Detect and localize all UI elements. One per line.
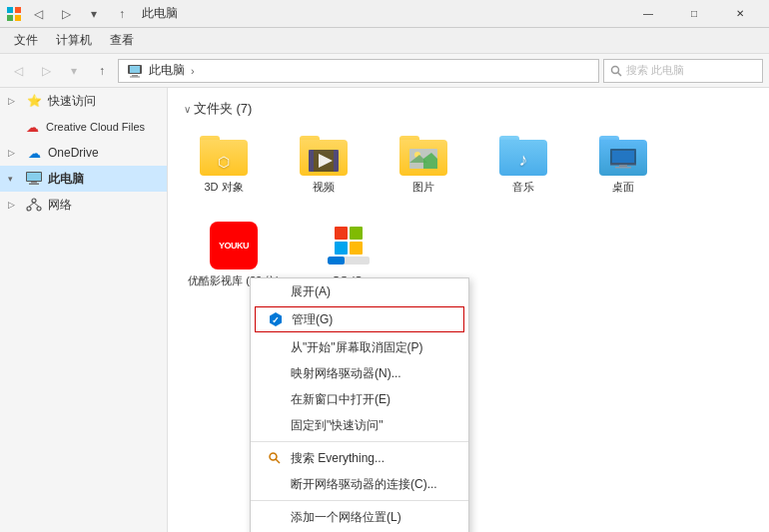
menu-computer[interactable]: 计算机 [48, 30, 100, 51]
window-title: 此电脑 [142, 5, 178, 22]
ctx-disconnect-label: 断开网络驱动器的连接(C)... [291, 476, 437, 493]
ctx-manage-icon: ✓ [268, 311, 284, 327]
ctx-expand-label: 展开(A) [291, 283, 331, 300]
sidebar-item-this-pc[interactable]: ▾ 此电脑 [0, 166, 167, 192]
sidebar-item-network[interactable]: ▷ 网络 [0, 192, 167, 218]
expand-icon-network: ▷ [8, 200, 20, 210]
folder-desktop-label: 桌面 [612, 180, 634, 194]
svg-rect-13 [29, 184, 39, 186]
ctx-map-label: 映射网络驱动器(N)... [291, 365, 401, 382]
ctx-add-label: 添加一个网络位置(L) [291, 509, 401, 526]
folder-picture-label: 图片 [412, 180, 434, 194]
ctx-unpin-label: 从"开始"屏幕取消固定(P) [291, 339, 423, 356]
address-separator: › [191, 65, 195, 77]
ctx-disconnect-icon [267, 476, 283, 492]
sidebar-item-quick-access[interactable]: ▷ ⭐ 快速访问 [0, 88, 167, 114]
creative-cloud-icon: ☁ [24, 119, 40, 135]
back-button[interactable]: ◁ [6, 59, 30, 83]
svg-rect-0 [7, 7, 13, 13]
up-button[interactable]: ↑ [90, 59, 114, 83]
menu-file[interactable]: 文件 [6, 30, 46, 51]
folder-desktop-icon [599, 136, 647, 176]
network-icon [26, 197, 42, 213]
win-quad-yellow [350, 242, 363, 255]
ctx-open-new[interactable]: 在新窗口中打开(E) [251, 386, 468, 412]
main-container: ▷ ⭐ 快速访问 ☁ Creative Cloud Files ▷ ☁ OneD… [0, 88, 769, 532]
svg-rect-3 [15, 15, 21, 21]
ctx-expand[interactable]: 展开(A) [251, 278, 468, 304]
titlebar-forward-icon[interactable]: ▷ [54, 2, 78, 26]
minimize-button[interactable]: — [625, 0, 671, 28]
ctx-disconnect[interactable]: 断开网络驱动器的连接(C)... [251, 471, 468, 497]
folder-desktop[interactable]: 桌面 [583, 132, 663, 198]
svg-point-14 [32, 199, 36, 203]
svg-line-18 [34, 203, 39, 207]
ctx-map-drive[interactable]: 映射网络驱动器(N)... [251, 360, 468, 386]
ctx-unpin[interactable]: 从"开始"屏幕取消固定(P) [251, 334, 468, 360]
ctx-open-label: 在新窗口中打开(E) [291, 391, 390, 408]
svg-point-34 [270, 453, 277, 460]
ctx-pin-icon [267, 417, 283, 433]
sidebar-label-creative: Creative Cloud Files [46, 121, 145, 133]
toolbar: ◁ ▷ ▾ ↑ 此电脑 › 搜索 此电脑 [0, 54, 769, 88]
search-placeholder: 搜索 此电脑 [626, 63, 684, 78]
folder-music-label: 音乐 [512, 180, 534, 194]
folder-picture-icon [399, 136, 447, 176]
drive-progress-bg [328, 257, 370, 265]
ctx-add-icon [267, 509, 283, 525]
sidebar: ▷ ⭐ 快速访问 ☁ Creative Cloud Files ▷ ☁ OneD… [0, 88, 168, 532]
folder-3d-label: 3D 对象 [204, 180, 243, 194]
search-icon [610, 65, 622, 77]
ctx-search[interactable]: 搜索 Everything... [251, 445, 468, 471]
youku-icon: YOUKU [210, 222, 258, 269]
ctx-open-icon [267, 391, 283, 407]
folder-music[interactable]: ♪ 音乐 [483, 132, 563, 198]
svg-point-8 [612, 66, 619, 73]
window-controls: — □ ✕ [625, 0, 763, 28]
titlebar-up-icon[interactable]: ↑ [110, 2, 134, 26]
titlebar-back-icon[interactable]: ◁ [26, 2, 50, 26]
ctx-expand-icon [267, 283, 283, 299]
title-bar-icons: ◁ ▷ ▾ ↑ [6, 2, 134, 26]
win-quad-red [335, 227, 348, 240]
close-button[interactable]: ✕ [717, 0, 763, 28]
maximize-button[interactable]: □ [671, 0, 717, 28]
folder-video-label: 视频 [313, 180, 335, 194]
folder-video[interactable]: 视频 [284, 132, 364, 198]
folder-3d[interactable]: ⬡ 3D 对象 [184, 132, 264, 198]
address-bar[interactable]: 此电脑 › [118, 59, 599, 83]
sidebar-item-creative-cloud[interactable]: ☁ Creative Cloud Files [0, 114, 167, 140]
menu-view[interactable]: 查看 [102, 30, 142, 51]
menu-bar: 文件 计算机 查看 [0, 28, 769, 54]
recent-button[interactable]: ▾ [62, 59, 86, 83]
ctx-manage-label: 管理(G) [292, 311, 333, 328]
quick-access-icon: ⭐ [26, 93, 42, 109]
titlebar-recent-icon[interactable]: ▾ [82, 2, 106, 26]
folder-picture[interactable]: 图片 [384, 132, 463, 198]
svg-rect-11 [27, 173, 41, 181]
win-quad-green [350, 227, 363, 240]
svg-point-15 [27, 207, 31, 211]
context-menu: 展开(A) ✓ 管理(G) 从"开始"屏幕取消固定(P) 映射网络驱动器(N).… [250, 277, 469, 532]
sidebar-label-onedrive: OneDrive [48, 146, 99, 160]
search-box[interactable]: 搜索 此电脑 [603, 59, 763, 83]
svg-point-16 [37, 207, 41, 211]
ctx-unpin-icon [267, 339, 283, 355]
ctx-search-icon [267, 450, 283, 466]
ctx-pin-quick[interactable]: 固定到"快速访问" [251, 412, 468, 438]
sidebar-item-onedrive[interactable]: ▷ ☁ OneDrive [0, 140, 167, 166]
svg-rect-21 [309, 150, 314, 172]
svg-line-9 [618, 72, 622, 76]
ctx-sep-2 [251, 500, 468, 501]
svg-rect-30 [619, 165, 627, 167]
ctx-sep-1 [251, 441, 468, 442]
content-area: 文件夹 (7) ⬡ 3D 对象 [168, 88, 769, 532]
forward-button[interactable]: ▷ [34, 59, 58, 83]
svg-rect-31 [615, 167, 631, 169]
ctx-add-location[interactable]: 添加一个网络位置(L) [251, 504, 468, 530]
folder-music-icon: ♪ [499, 136, 547, 176]
folder-grid: ⬡ 3D 对象 [184, 132, 753, 198]
ctx-manage[interactable]: ✓ 管理(G) [255, 306, 464, 332]
svg-rect-7 [130, 76, 140, 77]
expand-icon-pc: ▾ [8, 174, 20, 184]
